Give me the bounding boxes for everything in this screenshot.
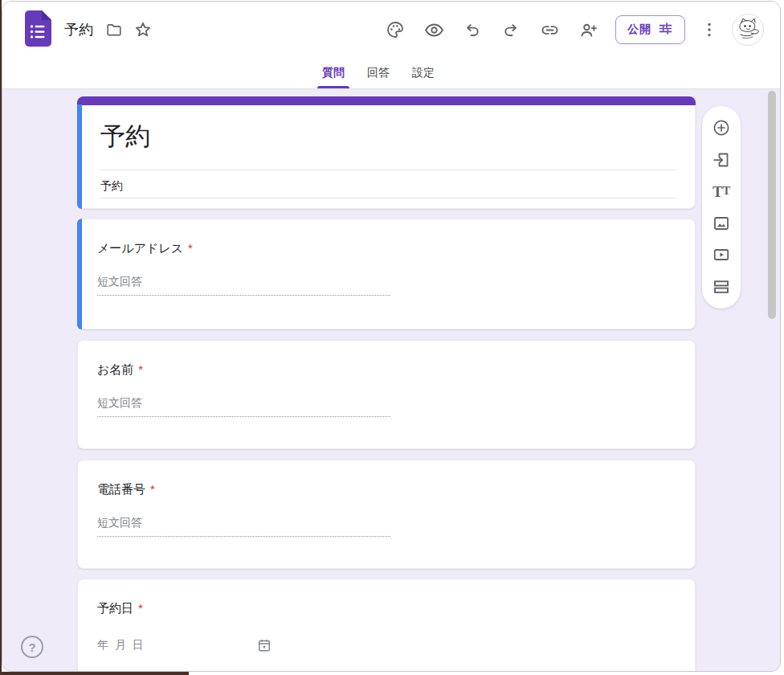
preview-eye-icon[interactable] [414, 10, 453, 49]
scrollbar-thumb[interactable] [768, 91, 776, 319]
add-question-icon[interactable] [712, 118, 731, 137]
add-image-icon[interactable] [712, 214, 731, 233]
browser-window: 予約 [2, 1, 781, 672]
question-card-phone[interactable]: 電話番号* 短文回答 [77, 460, 696, 569]
question-title[interactable]: 電話番号* [97, 482, 155, 497]
tune-icon [658, 21, 673, 39]
star-icon[interactable] [129, 15, 157, 44]
question-card-name[interactable]: お名前* 短文回答 [77, 340, 696, 449]
short-answer-line [97, 536, 390, 537]
redo-icon[interactable] [492, 10, 530, 49]
add-text-glyph-small: T [723, 186, 730, 197]
question-title-text: メールアドレス [97, 241, 183, 255]
form-editor-canvas: 予約 予約 メールアドレス* 短文回答 お名前* 短文回答 電話番号* [2, 88, 780, 671]
required-asterisk: * [138, 362, 143, 376]
date-placeholder: 年 月 日 [97, 638, 145, 652]
floating-toolbar: TT [702, 106, 741, 309]
tab-settings[interactable]: 設定 [410, 58, 436, 88]
header-toolbar: 予約 [2, 2, 780, 58]
help-glyph: ? [28, 640, 35, 654]
selection-accent-bar [77, 219, 82, 329]
theme-palette-icon[interactable] [376, 10, 414, 49]
question-card-date[interactable]: 予約日* 年 月 日 [77, 579, 696, 672]
add-text-icon[interactable]: TT [712, 182, 731, 201]
copy-link-icon[interactable] [530, 10, 569, 49]
question-title[interactable]: 予約日* [97, 601, 143, 616]
title-icons [100, 15, 157, 44]
move-folder-icon[interactable] [100, 15, 129, 44]
add-section-icon[interactable] [712, 277, 731, 297]
desktop-edge-bottom [0, 672, 189, 675]
brand-group: 予約 [23, 12, 157, 47]
form-title-underline [100, 170, 676, 170]
add-text-glyph-large: T [713, 184, 723, 199]
avatar[interactable] [732, 14, 764, 46]
question-title[interactable]: お名前* [97, 362, 143, 378]
publish-label: 公開 [627, 22, 651, 37]
short-answer-line [97, 295, 390, 296]
forms-logo-icon[interactable] [23, 10, 51, 50]
theme-color-band [77, 96, 696, 105]
selection-accent-bar [77, 104, 82, 209]
short-answer-placeholder: 短文回答 [97, 275, 142, 289]
required-asterisk: * [138, 601, 143, 615]
date-answer-row[interactable]: 年 月 日 [97, 637, 272, 653]
short-answer-placeholder: 短文回答 [97, 396, 142, 411]
document-title[interactable]: 予約 [64, 20, 93, 39]
question-title-text: お名前 [97, 362, 133, 376]
import-questions-icon[interactable] [712, 150, 731, 170]
undo-icon[interactable] [453, 10, 492, 49]
question-title-text: 電話番号 [97, 482, 145, 496]
form-title-card[interactable]: 予約 予約 [77, 96, 696, 209]
form-description-field[interactable]: 予約 [100, 179, 123, 194]
form-description-underline [100, 198, 676, 198]
short-answer-line [97, 416, 390, 417]
required-asterisk: * [188, 241, 193, 255]
required-asterisk: * [150, 482, 155, 496]
app-header: 予約 [2, 2, 780, 89]
question-title-text: 予約日 [97, 601, 133, 615]
header-actions: 公開 [376, 10, 764, 49]
form-title-field[interactable]: 予約 [100, 120, 150, 153]
kebab-menu-icon[interactable] [692, 12, 727, 47]
tab-responses[interactable]: 回答 [365, 58, 391, 88]
help-button[interactable]: ? [21, 636, 42, 657]
editor-tabs: 質問 回答 設定 [2, 58, 780, 88]
question-card-email[interactable]: メールアドレス* 短文回答 [77, 219, 696, 329]
publish-button[interactable]: 公開 [615, 15, 685, 44]
person-add-icon[interactable] [569, 10, 607, 49]
question-title[interactable]: メールアドレス* [97, 241, 193, 256]
tab-questions[interactable]: 質問 [321, 58, 346, 88]
short-answer-placeholder: 短文回答 [97, 516, 142, 530]
calendar-icon[interactable] [256, 637, 272, 653]
add-video-icon[interactable] [712, 245, 731, 264]
